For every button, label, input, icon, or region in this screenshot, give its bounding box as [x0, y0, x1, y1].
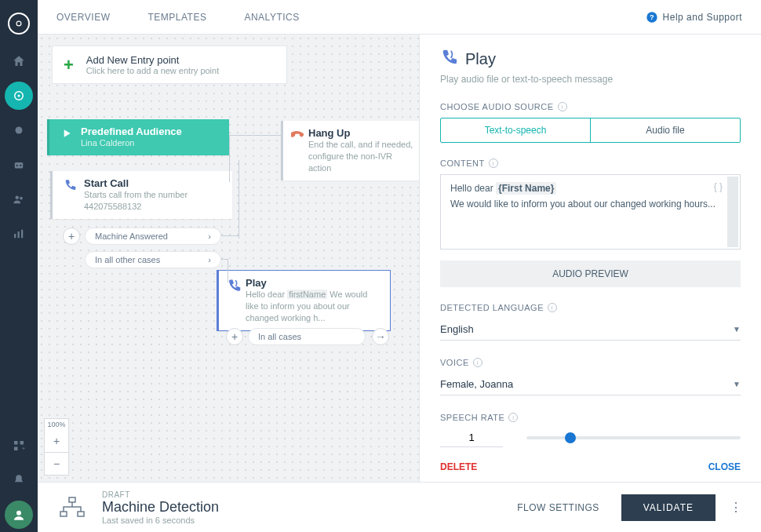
nav-item-3-icon[interactable] — [5, 116, 33, 144]
svg-text:+: + — [22, 445, 26, 452]
svg-rect-21 — [78, 512, 84, 516]
flow-saved: Last saved in 6 seconds — [102, 516, 219, 525]
zoom-control: 100% + − — [44, 418, 69, 476]
tab-templates[interactable]: TEMPLATES — [147, 12, 206, 23]
help-link[interactable]: ? Help and Support — [646, 11, 742, 24]
node-title: Hang Up — [308, 127, 414, 139]
goto-button[interactable]: → — [372, 328, 389, 345]
nav-apps-icon[interactable]: + — [5, 432, 33, 460]
voice-select[interactable]: Female, Joanna ▼ — [440, 373, 741, 395]
help-label: Help and Support — [663, 12, 742, 23]
panel-title: Play — [465, 50, 496, 68]
slider-knob[interactable] — [565, 432, 576, 443]
info-icon[interactable]: i — [473, 358, 482, 367]
branch-all-other[interactable]: In all other cases › — [85, 251, 221, 268]
play-icon — [57, 126, 76, 140]
node-title: Play — [246, 277, 382, 289]
seg-tts[interactable]: Text-to-speech — [441, 118, 590, 142]
nav-home-icon[interactable] — [5, 47, 33, 75]
speech-rate-slider[interactable] — [526, 436, 741, 439]
insert-variable-icon[interactable]: { } — [714, 181, 723, 192]
svg-point-3 — [16, 127, 23, 134]
more-menu-icon[interactable]: ⋮ — [730, 500, 742, 515]
nav-bot-icon[interactable] — [5, 151, 33, 179]
svg-point-0 — [16, 21, 21, 26]
node-play[interactable]: Play Hello dear firstName We would like … — [217, 270, 391, 331]
chevron-right-icon: › — [208, 255, 211, 264]
node-hang-up[interactable]: Hang Up End the call, and if needed, con… — [281, 121, 419, 180]
chevron-right-icon: › — [208, 231, 211, 241]
add-entry-subtitle: Click here to add a new entry point — [86, 66, 219, 75]
svg-point-8 — [20, 197, 23, 200]
svg-rect-11 — [21, 230, 23, 239]
node-subtitle: Lina Calderon — [81, 137, 182, 149]
voice-value: Female, Joanna — [440, 378, 513, 390]
nav-avatar-icon[interactable] — [5, 501, 33, 529]
section-language: DETECTED LANGUAGEi — [440, 303, 741, 312]
tab-overview[interactable]: OVERVIEW — [56, 12, 110, 23]
flow-title: Machine Detection — [102, 499, 219, 516]
branch-play-all[interactable]: In all cases — [248, 328, 366, 345]
caret-down-icon: ▼ — [733, 380, 741, 388]
variable-chip[interactable]: {First Name} — [496, 182, 556, 195]
svg-rect-12 — [14, 441, 18, 445]
node-subtitle-2: 442075588132 — [84, 201, 188, 213]
zoom-percent: 100% — [45, 419, 68, 430]
svg-point-16 — [16, 511, 21, 516]
svg-point-6 — [20, 165, 21, 166]
node-start-call[interactable]: Start Call Starts call from the number 4… — [50, 171, 232, 219]
audio-preview-button[interactable]: AUDIO PREVIEW — [440, 261, 741, 287]
info-icon[interactable]: i — [558, 102, 567, 111]
nav-flows-icon[interactable] — [5, 82, 33, 110]
add-entry-point-button[interactable]: + Add New Entry point Click here to add … — [52, 46, 287, 84]
flow-canvas[interactable]: + Add New Entry point Click here to add … — [38, 35, 419, 482]
zoom-in-button[interactable]: + — [45, 430, 68, 452]
speech-rate-input[interactable]: 1 — [440, 428, 503, 447]
svg-rect-9 — [14, 234, 16, 238]
language-select[interactable]: English ▼ — [440, 319, 741, 341]
info-icon[interactable]: i — [508, 413, 518, 422]
flow-status: DRAFT — [102, 490, 219, 499]
zoom-out-button[interactable]: − — [45, 452, 68, 475]
add-branch-button-2[interactable]: + — [226, 328, 243, 345]
language-value: English — [440, 323, 474, 335]
app-rail: + — [0, 0, 38, 532]
nav-people-icon[interactable] — [5, 185, 33, 213]
section-speech-rate: SPEECH RATEi — [440, 413, 741, 422]
info-icon[interactable]: i — [489, 159, 498, 168]
voice-icon — [227, 277, 241, 293]
phone-down-icon — [291, 127, 304, 141]
node-predefined-audience[interactable]: Predefined Audience Lina Calderon — [47, 119, 229, 155]
node-subtitle: Starts call from the number — [84, 189, 188, 201]
node-title: Start Call — [84, 177, 188, 189]
panel-description: Play audio file or text-to-speech messag… — [440, 74, 741, 85]
nav-analytics-icon[interactable] — [5, 220, 33, 248]
branch-machine-answered[interactable]: Machine Answered › — [85, 228, 221, 245]
flow-settings-button[interactable]: FLOW SETTINGS — [517, 502, 599, 513]
app-logo[interactable] — [8, 13, 30, 35]
delete-button[interactable]: DELETE — [440, 461, 477, 472]
svg-rect-19 — [69, 497, 75, 502]
scrollbar[interactable] — [727, 177, 738, 247]
nav-notifications-icon[interactable] — [5, 466, 33, 494]
add-branch-button[interactable]: + — [63, 228, 80, 245]
caret-down-icon: ▼ — [733, 325, 741, 333]
branch-label: In all other cases — [95, 255, 160, 264]
content-textarea[interactable]: Hello dear {First Name} We would like to… — [440, 174, 741, 250]
phone-out-icon — [60, 177, 79, 191]
flow-tree-icon — [56, 492, 88, 523]
svg-point-7 — [16, 196, 20, 200]
info-icon[interactable]: i — [548, 303, 557, 312]
voice-icon — [440, 49, 457, 69]
panel-scroll[interactable]: Play Play audio file or text-to-speech m… — [420, 35, 761, 452]
branch-label: In all cases — [258, 332, 301, 341]
validate-button[interactable]: VALIDATE — [621, 494, 715, 521]
node-subtitle: End the call, and if needed, configure t… — [308, 139, 414, 174]
close-button[interactable]: CLOSE — [708, 461, 741, 472]
section-voice: VOICEi — [440, 358, 741, 367]
svg-rect-10 — [18, 231, 20, 238]
seg-audio-file[interactable]: Audio file — [590, 118, 740, 142]
section-audio-source: CHOOSE AUDIO SOURCEi — [440, 102, 741, 111]
side-panel: Play Play audio file or text-to-speech m… — [419, 35, 761, 482]
tab-analytics[interactable]: ANALYTICS — [244, 12, 299, 23]
